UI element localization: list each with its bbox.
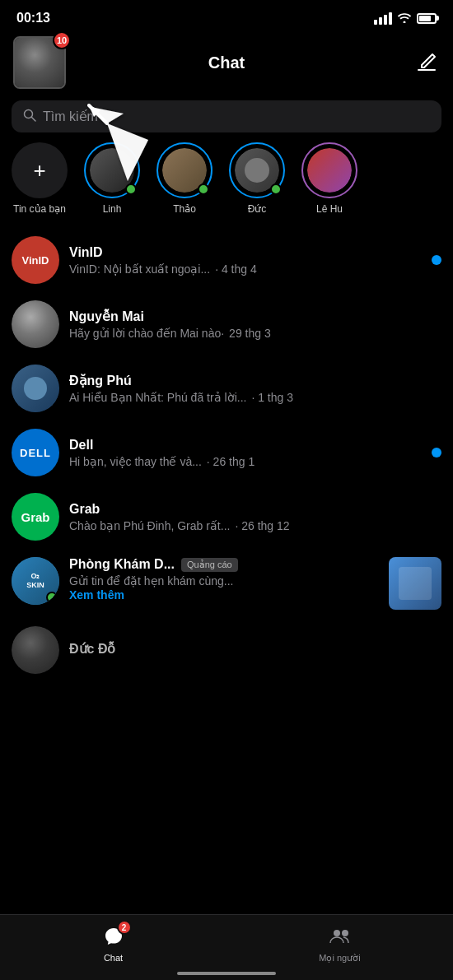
- unread-dot-vinid: [432, 255, 441, 265]
- chat-item-vinid[interactable]: VinID VinID VinID: Nội bất xuất ngoại...…: [0, 228, 453, 292]
- chat-nav-label: Chat: [104, 953, 123, 963]
- status-icons: [374, 12, 437, 26]
- story-label-le: Lê Hu: [316, 203, 343, 215]
- chat-avatar-dang-phu: [12, 365, 59, 412]
- chat-name-duc-do: Đức Đỗ: [69, 641, 441, 657]
- search-placeholder: Tìm kiếm: [43, 109, 98, 124]
- signal-icon: [374, 12, 392, 25]
- nav-item-chat[interactable]: 2 Chat: [0, 923, 226, 963]
- chat-item-phong-kham[interactable]: O₂SKIN Phòng Khám D... Quảng cáo Gửi tin…: [0, 549, 453, 618]
- add-story-icon: +: [12, 142, 68, 198]
- chat-extra-vinid: [432, 255, 441, 265]
- chat-list: VinID VinID VinID: Nội bất xuất ngoại...…: [0, 228, 453, 682]
- story-label-add: Tin của bạn: [13, 203, 66, 215]
- user-avatar[interactable]: 10: [13, 36, 66, 89]
- chat-avatar-dell: DELL: [12, 429, 59, 476]
- chat-content-grab: Grab Chào bạn Phú Đinh, Grab rất... · 26…: [69, 502, 441, 532]
- chat-content-dang-phu: Đặng Phú Ai Hiểu Bạn Nhất: Phú đã trả lờ…: [69, 373, 441, 404]
- chat-name-vinid: VinID: [69, 245, 422, 260]
- chat-item-duc-do[interactable]: Đức Đỗ: [0, 618, 453, 682]
- online-dot-phong: [46, 592, 58, 603]
- chat-name-dell: Dell: [69, 438, 422, 453]
- chat-content-phong-kham: Phòng Khám D... Quảng cáo Gửi tin để đặt…: [69, 557, 379, 602]
- avatar-badge: 10: [53, 31, 71, 49]
- nav-item-moi-nguoi[interactable]: Mọi người: [226, 923, 453, 964]
- chat-preview-nguyen-mai: Hãy gửi lời chào đến Mai nào· 29 thg 3: [69, 327, 441, 340]
- compose-button[interactable]: [413, 49, 440, 76]
- chat-name-grab: Grab: [69, 502, 441, 517]
- ad-badge: Quảng cáo: [181, 558, 238, 572]
- header: 10 Chat: [0, 33, 453, 97]
- online-indicator: [270, 183, 282, 195]
- page-title: Chat: [208, 53, 245, 72]
- people-nav-label: Mọi người: [319, 953, 360, 964]
- story-item-linh[interactable]: Linh: [84, 142, 140, 215]
- svg-point-6: [334, 930, 340, 936]
- chat-name-nguyen-mai: Nguyễn Mai: [69, 309, 441, 324]
- chat-content-nguyen-mai: Nguyễn Mai Hãy gửi lời chào đến Mai nào·…: [69, 309, 441, 340]
- chat-name-phong-kham: Phòng Khám D...: [69, 557, 175, 572]
- chat-preview-vinid: VinID: Nội bất xuất ngoại... · 4 thg 4: [69, 262, 422, 276]
- chat-avatar-phong-kham: O₂SKIN: [12, 557, 59, 605]
- chat-preview-dell: Hi bạn, việc thay thế và... · 26 thg 1: [69, 455, 422, 468]
- people-nav-icon: [329, 925, 352, 948]
- chat-avatar-duc-do: [12, 626, 59, 674]
- chat-preview-grab: Chào bạn Phú Đinh, Grab rất... · 26 thg …: [69, 519, 441, 532]
- search-bar[interactable]: Tìm kiếm: [12, 100, 441, 132]
- chat-content-duc-do: Đức Đỗ: [69, 641, 441, 659]
- svg-point-7: [342, 930, 348, 936]
- story-label-duc: Đức: [248, 203, 267, 215]
- chat-preview-dang-phu: Ai Hiểu Bạn Nhất: Phú đã trả lời... · 1 …: [69, 391, 441, 404]
- chat-nav-badge: 2: [117, 920, 132, 935]
- chat-item-dang-phu[interactable]: Đặng Phú Ai Hiểu Bạn Nhất: Phú đã trả lờ…: [0, 356, 453, 420]
- wifi-icon: [397, 12, 412, 26]
- bottom-nav: 2 Chat Mọi người: [0, 914, 453, 980]
- people-nav-icon-wrap: [327, 923, 353, 950]
- unread-dot-dell: [432, 448, 441, 457]
- chat-name-dang-phu: Đặng Phú: [69, 373, 441, 388]
- chat-content-vinid: VinID VinID: Nội bất xuất ngoại... · 4 t…: [69, 245, 422, 276]
- chat-item-nguyen-mai[interactable]: Nguyễn Mai Hãy gửi lời chào đến Mai nào·…: [0, 292, 453, 356]
- story-item-duc[interactable]: Đức: [229, 142, 285, 215]
- see-more-button[interactable]: Xem thêm: [69, 588, 124, 601]
- home-indicator: [177, 972, 276, 975]
- chat-preview-phong-kham: Gửi tin để đặt hẹn khám cùng...: [69, 574, 379, 588]
- story-item-add[interactable]: + Tin của bạn: [12, 142, 68, 215]
- story-label-thao: Thảo: [173, 203, 196, 215]
- story-item-le[interactable]: Lê Hu: [301, 142, 357, 215]
- status-bar: 00:13: [0, 0, 453, 33]
- online-indicator: [125, 183, 137, 195]
- story-item-thao[interactable]: Thảo: [156, 142, 212, 215]
- chat-nav-icon-wrap: 2: [100, 923, 127, 950]
- battery-icon: [417, 13, 437, 24]
- chat-content-dell: Dell Hi bạn, việc thay thế và... · 26 th…: [69, 438, 422, 468]
- svg-line-1: [32, 118, 36, 122]
- ad-thumbnail: [389, 557, 441, 610]
- chat-item-dell[interactable]: DELL Dell Hi bạn, việc thay thế và... · …: [0, 420, 453, 485]
- search-icon: [23, 109, 36, 124]
- chat-avatar-grab: Grab: [12, 493, 59, 541]
- story-label-linh: Linh: [103, 203, 122, 215]
- chat-avatar-vinid: VinID: [12, 236, 59, 284]
- stories-row: + Tin của bạn Linh Thảo: [0, 142, 453, 215]
- online-indicator: [198, 183, 209, 195]
- chat-extra-dell: [432, 448, 441, 457]
- status-time: 00:13: [16, 11, 50, 26]
- chat-item-grab[interactable]: Grab Grab Chào bạn Phú Đinh, Grab rất...…: [0, 485, 453, 549]
- chat-avatar-nguyen-mai: [12, 300, 59, 348]
